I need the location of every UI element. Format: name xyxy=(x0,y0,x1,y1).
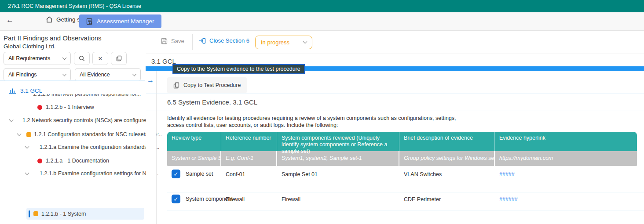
status-value: In progress xyxy=(261,39,289,46)
row-checkbox-checked[interactable]: ✓ xyxy=(172,170,180,178)
system-components-cell: Firewall xyxy=(277,192,399,202)
back-arrow-icon[interactable]: ← xyxy=(6,16,14,25)
close-section-icon xyxy=(199,38,206,44)
search-button[interactable] xyxy=(74,52,90,65)
divider xyxy=(146,94,644,94)
table-header-row: Review type Reference number System comp… xyxy=(167,132,637,151)
column-header-review-type: Review type xyxy=(167,132,221,151)
findings-sidebar: Part II Findings and Observations Global… xyxy=(0,31,145,224)
description-cell: VLAN Switches xyxy=(399,166,495,177)
column-header-reference-number: Reference number xyxy=(221,132,277,151)
copy-icon xyxy=(173,82,179,89)
tree-item-interview[interactable]: 1.1.2.b - 1 Interview xyxy=(37,103,182,112)
system-components-cell: Sample Set 01 xyxy=(277,166,399,177)
table-row: ✓ System component Firewall Firewall CDE… xyxy=(167,192,637,210)
example-cell: https://mydomain.com xyxy=(495,151,637,166)
requirements-filter-select[interactable]: All Requirements xyxy=(4,52,71,65)
requirements-tree: 3.1 GCL 1.1.2.b Interview personnel resp… xyxy=(0,83,145,224)
chevron-down-icon xyxy=(62,55,67,60)
example-cell: E.g: Conf-1 xyxy=(221,151,277,166)
bar-chart-icon xyxy=(9,87,16,94)
assessment-manager-label: Assessment Manager xyxy=(97,18,154,25)
findings-filter-value: All Findings xyxy=(8,72,37,78)
tree-item-label: 1.2 Network security controls (NSCs) are… xyxy=(22,117,154,123)
example-cell: System1, system2, Sample set-1 xyxy=(277,151,399,166)
save-label: Save xyxy=(171,38,184,44)
copy-to-test-procedure-button[interactable]: Copy to Test Procedure xyxy=(167,77,247,93)
evidence-description: Identify all evidence for testing proced… xyxy=(167,115,471,129)
tree-item-label: 1.2.1.a - 1 Documentation xyxy=(46,158,109,164)
selection-indicator-bar xyxy=(29,210,30,217)
evidence-hyperlink[interactable]: ###### xyxy=(499,196,518,202)
example-cell: System or Sample Set xyxy=(167,151,221,166)
description-cell: CDE Perimeter xyxy=(399,192,495,202)
row-divider xyxy=(167,210,644,210)
evidence-section-title: 6.5 System Evidence. 3.1 GCL xyxy=(167,98,257,106)
red-status-dot xyxy=(37,105,42,110)
divider xyxy=(146,111,644,111)
copy-filter-button[interactable] xyxy=(111,52,127,65)
save-icon xyxy=(161,38,168,44)
tree-item-1-2-1[interactable]: 1.2.1 Configuration standards for NSC ru… xyxy=(18,130,162,139)
section-toolbar: Save Close Section 6 In progress xyxy=(157,31,644,54)
sidebar-title: Part II Findings and Observations xyxy=(4,34,102,42)
copy-icon xyxy=(116,55,122,61)
copy-to-test-procedure-label: Copy to Test Procedure xyxy=(183,82,241,88)
tree-item-documentation[interactable]: 1.2.1.a - 1 Documentation xyxy=(37,156,182,165)
tree-item-label: 1.1.2.b - 1 Interview xyxy=(46,104,94,110)
tree-root-3-1-gcl[interactable]: 3.1 GCL xyxy=(9,86,154,95)
divider xyxy=(146,54,644,54)
chevron-down-icon[interactable] xyxy=(25,145,29,149)
column-header-hyperlink: Evidence hyperlink xyxy=(495,132,637,151)
reference-number-cell: Firewall xyxy=(221,192,277,202)
findings-filter-select[interactable]: All Findings xyxy=(4,68,71,81)
evidence-filter-select[interactable]: All Evidence xyxy=(75,68,141,81)
nav-bar: ← Getting started Assessment Manager xyxy=(0,12,644,31)
app-window: 27k1 ROC Management System (RMS) - QSA L… xyxy=(0,0,644,224)
column-header-system-components: System components reviewed (Uniquely ide… xyxy=(277,132,399,151)
chevron-down-icon xyxy=(132,72,137,76)
tree-item-system-selected[interactable]: 1.2.1.b - 1 System xyxy=(26,208,144,220)
red-status-dot xyxy=(37,159,42,163)
close-section-label: Close Section 6 xyxy=(209,37,249,44)
status-dropdown[interactable]: In progress xyxy=(255,36,312,49)
window-title: 27k1 ROC Management System (RMS) - QSA L… xyxy=(8,3,141,9)
evidence-hyperlink[interactable]: ##### xyxy=(499,171,515,177)
copy-tooltip: Copy to the System evidence to the test … xyxy=(172,64,305,74)
save-button[interactable]: Save xyxy=(161,38,184,44)
review-type-cell: Sample set xyxy=(186,171,213,177)
row-divider xyxy=(167,192,644,192)
assessment-manager-icon xyxy=(86,18,93,25)
orange-status-dot xyxy=(26,132,31,137)
tree-item-label: 3.1 GCL xyxy=(20,87,42,94)
chevron-down-icon[interactable] xyxy=(25,171,29,175)
sidebar-subtitle: Global Clothing Ltd. xyxy=(4,43,56,50)
search-icon xyxy=(79,55,85,61)
close-section-button[interactable]: Close Section 6 xyxy=(199,37,249,44)
table-example-row: System or Sample Set E.g: Conf-1 System1… xyxy=(167,151,637,166)
close-icon: ✕ xyxy=(98,55,103,62)
system-evidence-table: Review type Reference number System comp… xyxy=(167,132,637,210)
toolbar-separator xyxy=(192,34,193,50)
row-checkbox-checked[interactable]: ✓ xyxy=(172,195,180,203)
evidence-filter-value: All Evidence xyxy=(80,72,110,78)
assessment-manager-button[interactable]: Assessment Manager xyxy=(79,14,161,28)
tree-item-label: 1.2.1.b Examine configuration settings f… xyxy=(40,170,158,177)
tree-item-label: 1.2.1.b - 1 System xyxy=(41,211,86,217)
panel-expander-strip: → xyxy=(146,71,157,224)
chevron-down-icon[interactable] xyxy=(9,118,14,122)
table-row: ✓ Sample set Conf-01 Sample Set 01 VLAN … xyxy=(167,166,637,192)
sidebar-divider xyxy=(0,80,145,81)
tree-item-label: 1.2.1 Configuration standards for NSC ru… xyxy=(34,131,162,137)
expand-panel-arrow-icon[interactable]: → xyxy=(147,76,154,84)
tree-item-label: 1.1.2.b Interview personnel responsible … xyxy=(33,94,141,97)
example-cell: Group policy settings for Windows server… xyxy=(399,151,495,166)
tree-item-1-2[interactable]: 1.2 Network security controls (NSCs) are… xyxy=(10,116,154,125)
chevron-down-icon[interactable] xyxy=(17,132,22,136)
chevron-down-icon xyxy=(62,72,67,76)
orange-status-dot xyxy=(33,211,38,216)
clear-search-button[interactable]: ✕ xyxy=(92,52,108,65)
column-header-description: Brief description of evidence xyxy=(399,132,495,151)
chevron-down-icon xyxy=(303,40,307,44)
requirements-filter-value: All Requirements xyxy=(8,55,50,61)
